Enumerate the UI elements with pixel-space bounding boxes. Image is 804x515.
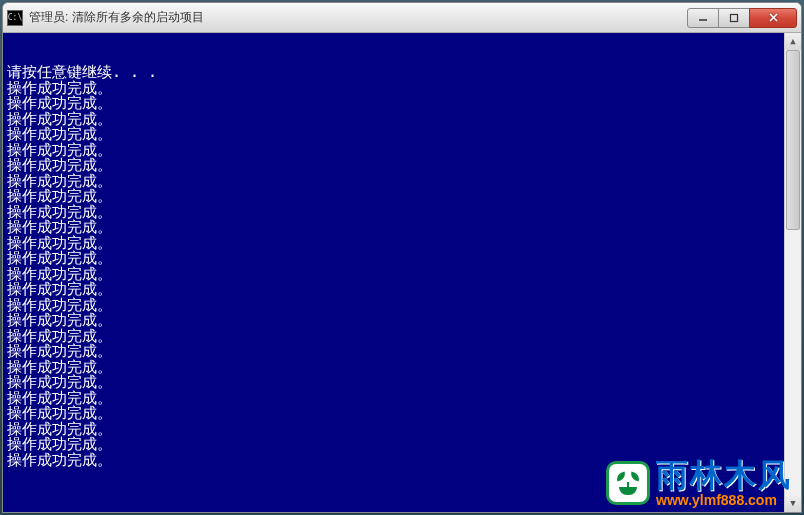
window-title: 管理员: 清除所有多余的启动项目 bbox=[29, 9, 688, 26]
console-line-success: 操作成功完成。 bbox=[7, 344, 797, 360]
titlebar[interactable]: C:\ 管理员: 清除所有多余的启动项目 bbox=[3, 3, 801, 33]
console-line-success: 操作成功完成。 bbox=[7, 205, 797, 221]
console-line-success: 操作成功完成。 bbox=[7, 251, 797, 267]
console-output[interactable]: 请按任意键继续. . .操作成功完成。操作成功完成。操作成功完成。操作成功完成。… bbox=[3, 33, 801, 512]
console-line-success: 操作成功完成。 bbox=[7, 375, 797, 391]
scrollbar-thumb[interactable] bbox=[786, 50, 800, 230]
console-line-success: 操作成功完成。 bbox=[7, 298, 797, 314]
console-window: C:\ 管理员: 清除所有多余的启动项目 请按任意键继续. . .操作成功完成。… bbox=[2, 2, 802, 513]
console-line-success: 操作成功完成。 bbox=[7, 220, 797, 236]
console-line-success: 操作成功完成。 bbox=[7, 96, 797, 112]
console-line-success: 操作成功完成。 bbox=[7, 422, 797, 438]
console-line-prompt: 请按任意键继续. . . bbox=[7, 65, 797, 81]
console-line-success: 操作成功完成。 bbox=[7, 437, 797, 453]
cmd-icon: C:\ bbox=[7, 10, 23, 26]
console-line-success: 操作成功完成。 bbox=[7, 143, 797, 159]
vertical-scrollbar[interactable]: ▲ ▼ bbox=[784, 33, 801, 512]
console-line-success: 操作成功完成。 bbox=[7, 360, 797, 376]
console-line-success: 操作成功完成。 bbox=[7, 112, 797, 128]
console-line-success: 操作成功完成。 bbox=[7, 329, 797, 345]
close-icon bbox=[768, 12, 779, 23]
console-line-success: 操作成功完成。 bbox=[7, 313, 797, 329]
scroll-up-arrow-icon[interactable]: ▲ bbox=[785, 33, 801, 50]
window-controls bbox=[688, 8, 797, 28]
console-line-success: 操作成功完成。 bbox=[7, 158, 797, 174]
minimize-icon bbox=[698, 13, 708, 23]
console-line-success: 操作成功完成。 bbox=[7, 267, 797, 283]
console-line-success: 操作成功完成。 bbox=[7, 282, 797, 298]
console-line-success: 操作成功完成。 bbox=[7, 236, 797, 252]
console-line-success: 操作成功完成。 bbox=[7, 391, 797, 407]
close-button[interactable] bbox=[749, 8, 797, 28]
console-line-success: 操作成功完成。 bbox=[7, 406, 797, 422]
maximize-button[interactable] bbox=[718, 8, 750, 28]
console-line-success: 操作成功完成。 bbox=[7, 127, 797, 143]
console-line-success: 操作成功完成。 bbox=[7, 189, 797, 205]
svg-rect-1 bbox=[731, 14, 738, 21]
minimize-button[interactable] bbox=[687, 8, 719, 28]
console-line-success: 操作成功完成。 bbox=[7, 453, 797, 469]
scroll-down-arrow-icon[interactable]: ▼ bbox=[785, 495, 801, 512]
maximize-icon bbox=[729, 13, 739, 23]
console-line-success: 操作成功完成。 bbox=[7, 174, 797, 190]
console-line-success: 操作成功完成。 bbox=[7, 81, 797, 97]
